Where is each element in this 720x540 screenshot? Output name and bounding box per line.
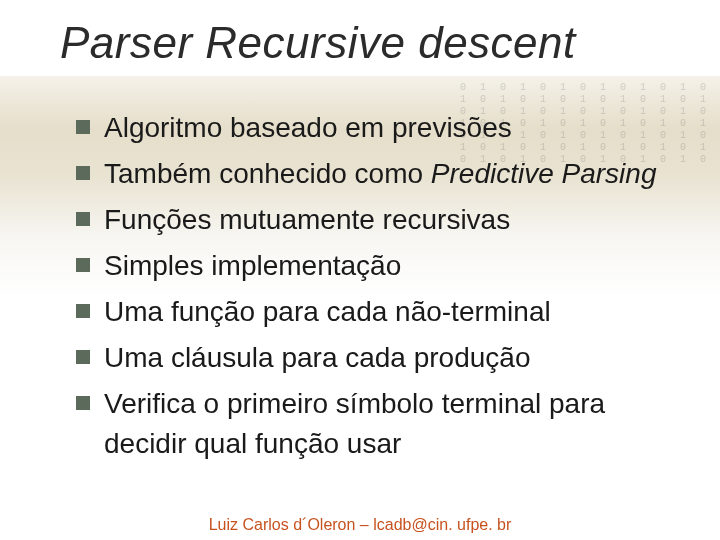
bullet-icon [76,258,90,272]
list-item: Uma função para cada não-terminal [76,292,690,332]
bullet-icon [76,396,90,410]
bullet-text: Uma função para cada não-terminal [104,292,551,332]
bullet-text: Verifica o primeiro símbolo terminal par… [104,384,690,464]
list-item: Verifica o primeiro símbolo terminal par… [76,384,690,464]
slide-title: Parser Recursive descent [60,18,576,68]
list-item: Simples implementação [76,246,690,286]
bullet-icon [76,304,90,318]
bullet-icon [76,212,90,226]
list-item: Uma cláusula para cada produção [76,338,690,378]
slide-footer: Luiz Carlos d´Oleron – lcadb@cin. ufpe. … [0,516,720,534]
list-item: Algoritmo baseado em previsões [76,108,690,148]
bullet-text: Também conhecido como Predictive Parsing [104,154,656,194]
bullet-list: Algoritmo baseado em previsões Também co… [76,108,690,470]
bullet-text: Algoritmo baseado em previsões [104,108,512,148]
bullet-text: Simples implementação [104,246,401,286]
bullet-text: Funções mutuamente recursivas [104,200,510,240]
bullet-icon [76,350,90,364]
list-item: Também conhecido como Predictive Parsing [76,154,690,194]
slide: 0 1 0 1 0 1 0 1 0 1 0 1 0 1 0 1 0 1 1 0 … [0,0,720,540]
list-item: Funções mutuamente recursivas [76,200,690,240]
bullet-text: Uma cláusula para cada produção [104,338,530,378]
bullet-icon [76,120,90,134]
bullet-icon [76,166,90,180]
